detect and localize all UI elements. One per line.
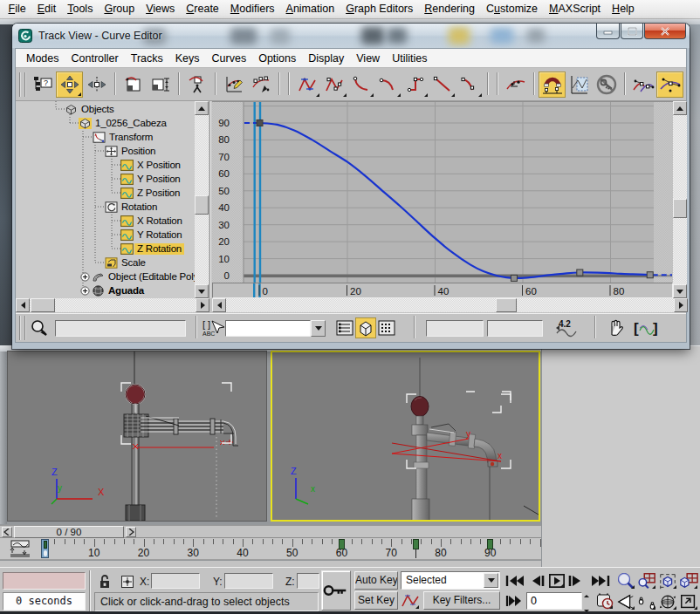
field-of-view-button[interactable] xyxy=(616,593,635,611)
key-mode-toggle[interactable] xyxy=(504,594,523,608)
y-coordinate-field[interactable] xyxy=(224,573,273,589)
zoom-button[interactable] xyxy=(616,572,635,590)
key-time-field[interactable] xyxy=(426,320,484,337)
selection-set-dropdown[interactable]: Selected xyxy=(401,571,500,590)
track-z-rotation[interactable]: Z Rotation xyxy=(120,242,184,256)
track-y-position[interactable]: Y Position xyxy=(120,172,183,186)
set-tangents-smooth-button[interactable] xyxy=(456,72,483,98)
track-object-editable-poly-[interactable]: Object (Editable Poly) xyxy=(80,269,195,283)
track-set-list[interactable] xyxy=(225,320,326,337)
set-tangents-custom-button[interactable] xyxy=(320,72,347,98)
set-key-button[interactable]: Set Key xyxy=(354,591,398,610)
new-key-default-tangent[interactable] xyxy=(401,592,420,610)
go-to-end-button[interactable] xyxy=(590,574,610,588)
snap-frames-button[interactable] xyxy=(539,72,566,98)
track-z-position[interactable]: Z Position xyxy=(120,186,182,200)
auto-key-button[interactable]: Auto Key xyxy=(354,571,398,590)
set-tangents-auto-button[interactable] xyxy=(293,72,320,98)
scroll-thumb[interactable] xyxy=(31,298,55,312)
tv-menu-keys[interactable]: Keys xyxy=(169,50,206,67)
trackbar-key[interactable] xyxy=(339,539,345,549)
filters-button[interactable]: ? xyxy=(29,72,56,98)
tree-vertical-scrollbar[interactable] xyxy=(195,101,209,298)
snap-cube-button[interactable] xyxy=(355,317,376,338)
main-menu-help[interactable]: Help xyxy=(607,0,641,18)
add-keys-button[interactable] xyxy=(220,72,247,98)
next-frame-button[interactable] xyxy=(566,574,584,588)
dropdown-arrow[interactable] xyxy=(484,573,498,588)
trackbar-key[interactable] xyxy=(413,539,419,549)
set-tangents-slow-button[interactable] xyxy=(374,72,401,98)
curve-plot-area[interactable]: 0102030405060708090 xyxy=(212,101,673,283)
viewport-left-wireframe[interactable]: Z X y xyxy=(7,351,267,522)
main-menu-tools[interactable]: Tools xyxy=(62,0,99,18)
move-keys-button[interactable] xyxy=(56,72,83,98)
scroll-left-button[interactable] xyxy=(16,298,30,312)
track-position[interactable]: Position xyxy=(105,144,158,158)
x-coordinate-field[interactable] xyxy=(151,573,200,589)
filter-list-button[interactable] xyxy=(334,317,355,338)
track-name-filter-field[interactable] xyxy=(55,320,186,337)
frame-spinner[interactable] xyxy=(583,592,593,610)
track-bar-ruler[interactable]: 102030405060708090 xyxy=(38,538,541,560)
current-frame-field[interactable] xyxy=(526,592,582,610)
zoom-region-button[interactable]: [] xyxy=(631,317,662,338)
show-keyable-icons-button[interactable] xyxy=(593,72,620,98)
zoom-selected-object-button[interactable] xyxy=(29,317,50,338)
set-tangents-linear-button[interactable] xyxy=(429,72,456,98)
main-menu-rendering[interactable]: Rendering xyxy=(419,0,481,18)
time-configuration-button[interactable] xyxy=(595,592,614,610)
track-objects[interactable]: Objects xyxy=(65,102,117,116)
go-to-start-button[interactable] xyxy=(504,574,525,588)
draw-curves-button[interactable] xyxy=(247,72,274,98)
scroll-up-button[interactable] xyxy=(195,101,209,115)
track-y-rotation[interactable]: Y Rotation xyxy=(120,228,185,242)
maximize-button[interactable] xyxy=(621,24,643,39)
key-grid-button[interactable] xyxy=(376,317,397,338)
z-coordinate-field[interactable] xyxy=(297,573,319,589)
curve-time-ruler[interactable]: 020406080 xyxy=(212,283,673,298)
tree-horizontal-scrollbar[interactable] xyxy=(16,298,209,313)
time-slider-handle[interactable]: 0 / 90 xyxy=(14,526,124,538)
track-x-rotation[interactable]: X Rotation xyxy=(120,214,185,228)
expand-icon[interactable] xyxy=(80,272,91,282)
track-x-position[interactable]: X Position xyxy=(120,158,183,172)
main-menu-create[interactable]: Create xyxy=(181,0,225,18)
track-scale[interactable]: Scale xyxy=(105,256,148,269)
param-curve-out-of-range-button[interactable] xyxy=(566,72,593,98)
scroll-up-button[interactable] xyxy=(673,101,687,115)
main-menu-animation[interactable]: Animation xyxy=(280,0,340,18)
slide-keys-button[interactable] xyxy=(120,72,147,98)
key-value-field[interactable] xyxy=(487,320,543,337)
previous-frame-button[interactable] xyxy=(529,574,546,588)
open-mini-curve-editor-button[interactable] xyxy=(9,540,31,557)
main-menu-edit[interactable]: Edit xyxy=(31,0,62,18)
selection-lock-toggle[interactable] xyxy=(96,573,113,590)
main-menu-customize[interactable]: Customize xyxy=(480,0,543,18)
show-tangents-button[interactable] xyxy=(629,72,656,98)
scroll-right-button[interactable] xyxy=(196,298,209,312)
tv-menu-curves[interactable]: Curves xyxy=(206,50,253,67)
scroll-thumb[interactable] xyxy=(673,199,687,218)
zoom-all-button[interactable] xyxy=(637,572,656,590)
time-slider-next-button[interactable] xyxy=(126,527,136,537)
absolute-mode-transform-type-in[interactable] xyxy=(119,573,136,590)
scroll-down-button[interactable] xyxy=(673,284,687,298)
lock-selection-button[interactable] xyxy=(502,72,529,98)
main-menu-file[interactable]: File xyxy=(3,0,31,18)
main-menu-maxscript[interactable]: MAXScript xyxy=(544,0,607,18)
key-filters-button[interactable]: Key Filters... xyxy=(423,591,500,610)
trackbar-current-frame-key[interactable] xyxy=(41,539,49,558)
viewport-right-shaded-active[interactable]: y x Z x xyxy=(271,351,540,522)
tv-menu-display[interactable]: Display xyxy=(302,50,350,67)
track-aguada[interactable]: Aguada xyxy=(80,283,147,297)
main-menu-group[interactable]: Group xyxy=(99,0,141,18)
scroll-down-button[interactable] xyxy=(195,284,209,298)
tv-menu-utilities[interactable]: Utilities xyxy=(386,50,433,67)
track-set-dropdown-arrow[interactable] xyxy=(311,320,326,337)
set-tangents-fast-button[interactable] xyxy=(347,72,374,98)
edit-track-set-button[interactable]: [ ]ABC xyxy=(201,317,225,338)
maximize-viewport-toggle-button[interactable] xyxy=(679,593,698,611)
main-menu-modifiers[interactable]: Modifiers xyxy=(224,0,280,18)
zoom-extents-all-button[interactable] xyxy=(679,572,698,590)
